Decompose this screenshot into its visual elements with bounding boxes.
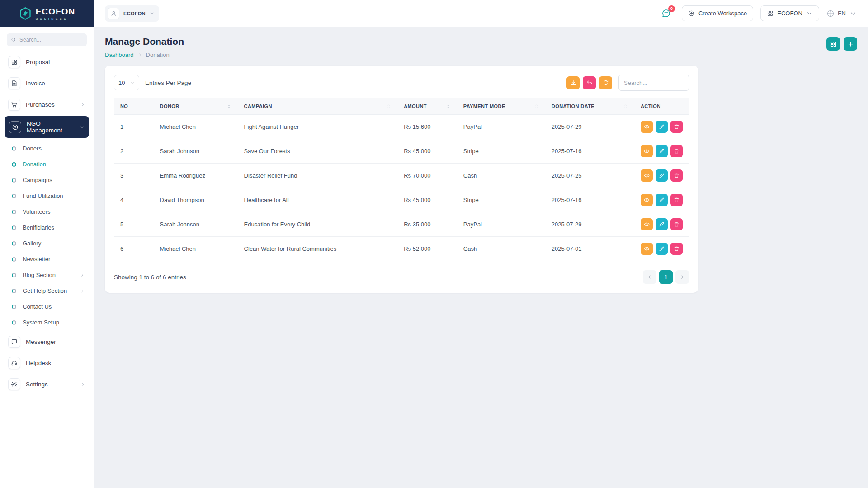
edit-button[interactable] (656, 243, 668, 255)
refresh-button[interactable] (599, 76, 612, 89)
page-header-actions (826, 37, 857, 51)
sidebar-item-helpdesk[interactable]: Helpdesk (5, 353, 89, 373)
edit-button[interactable] (656, 194, 668, 206)
language-selector[interactable]: EN (826, 9, 857, 18)
chevron-right-icon (80, 273, 85, 277)
table-row: 5 Sarah Johnson Education for Every Chil… (114, 212, 689, 237)
delete-button[interactable] (670, 218, 683, 230)
edit-button[interactable] (656, 169, 668, 182)
dot-icon (12, 194, 16, 198)
sidebar-subitem-system-setup[interactable]: System Setup (8, 314, 89, 330)
cell-campaign: Education for Every Child (238, 212, 398, 237)
create-workspace-label: Create Workspace (698, 10, 747, 17)
trash-icon (674, 124, 679, 130)
brand-text: ECOFON BUSINESS (36, 7, 75, 20)
dot-icon (12, 225, 16, 230)
chevron-left-icon (647, 274, 652, 280)
trash-icon (674, 246, 679, 252)
sidebar-subitem-label: Gallery (23, 240, 85, 247)
column-header-no[interactable]: NO (114, 98, 154, 115)
sort-icon (534, 104, 539, 109)
brand-logo[interactable]: ECOFON BUSINESS (0, 0, 94, 27)
cell-amount: Rs 15.600 (397, 115, 457, 139)
refresh-icon (603, 80, 609, 86)
chevron-down-icon (806, 10, 813, 17)
column-header-amount[interactable]: AMOUNT (397, 98, 457, 115)
delete-button[interactable] (670, 145, 683, 157)
sidebar-subitem-label: Doners (23, 145, 85, 152)
add-donation-button[interactable] (844, 37, 857, 51)
delete-button[interactable] (670, 121, 683, 133)
sidebar-subitem-fund-utilization[interactable]: Fund Utilization (8, 188, 89, 204)
sidebar-item-ngo-management[interactable]: NGO Management (5, 116, 89, 138)
sidebar-subitem-gallery[interactable]: Gallery (8, 235, 89, 251)
workspace-dropdown[interactable]: ECOFON (760, 5, 819, 21)
column-header-donation-date[interactable]: DONATION DATE (545, 98, 634, 115)
plus-icon (847, 41, 854, 47)
cell-amount: Rs 35.000 (397, 212, 457, 237)
invoice-icon (8, 77, 20, 89)
export-button[interactable] (566, 76, 580, 89)
chevron-right-icon (137, 52, 142, 57)
breadcrumb-dashboard-link[interactable]: Dashboard (105, 52, 134, 58)
sidebar-subitem-volunteers[interactable]: Volunteers (8, 204, 89, 220)
grid-view-button[interactable] (826, 37, 840, 51)
cell-no: 4 (114, 188, 154, 212)
view-button[interactable] (641, 194, 653, 206)
cell-payment-mode: Cash (457, 164, 545, 188)
cell-actions (634, 139, 689, 164)
delete-button[interactable] (670, 243, 683, 255)
sidebar-item-purchases[interactable]: Purchases (5, 95, 89, 114)
undo-button[interactable] (583, 76, 596, 89)
sidebar-item-invoice[interactable]: Invoice (5, 74, 89, 93)
view-button[interactable] (641, 243, 653, 255)
column-header-campaign[interactable]: CAMPAIGN (238, 98, 398, 115)
download-icon (570, 80, 576, 86)
next-page-button[interactable] (675, 270, 689, 284)
edit-button[interactable] (656, 145, 668, 157)
topbar-actions: 0 Create Workspace ECOFON (658, 5, 857, 22)
edit-button[interactable] (656, 218, 668, 230)
sidebar-subitem-newsletter[interactable]: Newsletter (8, 251, 89, 267)
main-area: ECOFON 0 Create Workspace (94, 0, 868, 488)
sidebar-subitem-contact-us[interactable]: Contact Us (8, 299, 89, 314)
cell-payment-mode: Cash (457, 237, 545, 261)
cell-payment-mode: Stripe (457, 139, 545, 164)
sidebar-item-proposal[interactable]: Proposal (5, 52, 89, 72)
messages-button[interactable]: 0 (658, 5, 675, 22)
sidebar-subitem-benificiaries[interactable]: Benificiaries (8, 220, 89, 235)
sort-icon (623, 104, 628, 109)
workspace-grid-icon (767, 10, 774, 17)
edit-button[interactable] (656, 121, 668, 133)
view-button[interactable] (641, 145, 653, 157)
delete-button[interactable] (670, 169, 683, 182)
sidebar-subitem-blog-section[interactable]: Blog Section (8, 267, 89, 283)
column-header-payment-mode[interactable]: PAYMENT MODE (457, 98, 545, 115)
page-1-button[interactable]: 1 (659, 270, 673, 284)
table-search-input[interactable] (618, 75, 689, 91)
chevron-right-icon (679, 274, 685, 280)
cell-campaign: Clean Water for Rural Communities (238, 237, 398, 261)
view-button[interactable] (641, 169, 653, 182)
sidebar-subitem-donation[interactable]: Donation (8, 156, 89, 172)
column-header-donor[interactable]: DONOR (154, 98, 238, 115)
sidebar-subitem-campaigns[interactable]: Campaigns (8, 172, 89, 188)
entries-per-page-select[interactable]: 10 (114, 75, 139, 90)
cell-actions (634, 115, 689, 139)
view-button[interactable] (641, 218, 653, 230)
sidebar-search-input[interactable] (19, 37, 83, 43)
sidebar-subitem-get-help-section[interactable]: Get Help Section (8, 283, 89, 299)
view-button[interactable] (641, 121, 653, 133)
cell-campaign: Disaster Relief Fund (238, 164, 398, 188)
prev-page-button[interactable] (643, 270, 656, 284)
create-workspace-button[interactable]: Create Workspace (682, 5, 753, 21)
sidebar-item-settings[interactable]: Settings (5, 375, 89, 394)
trash-icon (674, 197, 679, 203)
delete-button[interactable] (670, 194, 683, 206)
sidebar-subitem-label: Donation (23, 161, 85, 168)
workspace-selector[interactable]: ECOFON (105, 5, 159, 22)
sidebar-item-messenger[interactable]: Messenger (5, 332, 89, 352)
undo-icon (586, 80, 593, 86)
sidebar-subitem-doners[interactable]: Doners (8, 141, 89, 156)
entries-summary: Showing 1 to 6 of 6 entries (114, 274, 186, 281)
